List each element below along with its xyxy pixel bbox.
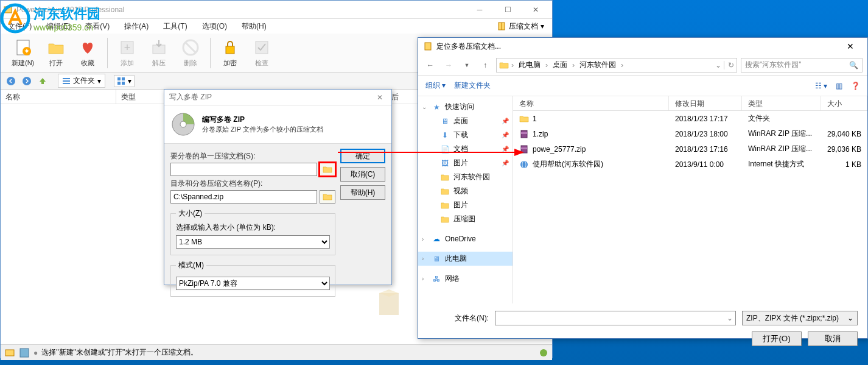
volume-size-select[interactable]: 1.2 MB	[176, 235, 330, 249]
chevron-down-icon: ▾	[541, 22, 544, 30]
tree-this-pc[interactable]: ›🖥此电脑	[418, 252, 513, 266]
dialog-close-button[interactable]: ✕	[373, 92, 387, 103]
encrypt-button[interactable]: 加密	[214, 35, 246, 70]
forward-button[interactable]	[20, 74, 33, 88]
folder-view-dropdown[interactable]: 文件夹 ▾	[58, 74, 105, 88]
preview-pane-button[interactable]: ▥	[836, 82, 842, 90]
ok-button[interactable]: 确定	[340, 149, 385, 163]
menu-options[interactable]: 选项(O)	[197, 20, 232, 33]
file-row[interactable]: 1 2018/1/23 17:17 文件夹	[513, 111, 867, 126]
mode-select[interactable]: PkZip/PA 7.0 兼容	[176, 277, 330, 290]
refresh-button[interactable]: ↻	[724, 61, 734, 69]
menu-action[interactable]: 操作(A)	[119, 20, 153, 33]
file-row[interactable]: powe_25777.zip 2018/1/23 17:16 WinRAR ZI…	[513, 141, 867, 157]
breadcrumb-item[interactable]: 桌面	[550, 60, 570, 70]
folder-icon	[323, 165, 332, 174]
svg-point-30	[180, 121, 186, 127]
svg-point-14	[23, 77, 31, 85]
tree-desktop[interactable]: 🖥桌面📌	[418, 114, 513, 128]
menu-tools[interactable]: 工具(T)	[158, 20, 192, 33]
new-folder-button[interactable]: 新建文件夹	[454, 80, 491, 91]
tree-video[interactable]: 视频	[418, 184, 513, 198]
col-name[interactable]: 名称	[1, 90, 116, 104]
tree-onedrive[interactable]: ›☁OneDrive	[418, 232, 513, 246]
view-style-dropdown[interactable]: ▾	[114, 75, 135, 87]
search-input[interactable]: 搜索"河东软件园" 🔍	[741, 58, 863, 73]
minimize-button[interactable]: ─	[466, 1, 494, 18]
star-icon: ★	[432, 102, 441, 112]
lock-icon	[220, 38, 240, 57]
cancel-button[interactable]: 取消	[808, 331, 858, 346]
tree-network[interactable]: ›🖧网络	[418, 272, 513, 286]
filename-input[interactable]: ⌄	[495, 311, 736, 325]
menu-view[interactable]: 查看(V)	[80, 20, 114, 33]
nav-forward-button[interactable]: →	[441, 58, 456, 73]
breadcrumb-item[interactable]: 此电脑	[516, 60, 543, 70]
pc-icon: 🖥	[432, 254, 441, 264]
svg-point-38	[520, 161, 528, 168]
open-button[interactable]: 打开	[40, 35, 72, 70]
favorites-button[interactable]: 收藏	[72, 35, 103, 70]
tree-pictures2[interactable]: 图片	[418, 198, 513, 212]
file-row[interactable]: 1.zip 2018/1/23 18:00 WinRAR ZIP 压缩... 2…	[513, 126, 867, 141]
archive-dropdown[interactable]: 压缩文档 ▾	[491, 19, 550, 34]
menu-file[interactable]: 文件(F)	[3, 20, 37, 33]
tree-hedong[interactable]: 河东软件园	[418, 170, 513, 184]
archive-dropdown-label: 压缩文档	[509, 21, 538, 32]
view-options-button[interactable]: ☷ ▾	[815, 82, 827, 90]
breadcrumb[interactable]: › 此电脑 › 桌面 › 河东软件园 › ⌄ ↻	[496, 58, 737, 73]
file-dialog-close-button[interactable]: ✕	[838, 41, 863, 51]
browse-output-button[interactable]	[320, 190, 335, 204]
pin-icon: 📌	[502, 132, 509, 138]
svg-text:+: +	[124, 41, 131, 54]
extract-button[interactable]: 解压	[143, 35, 175, 70]
menu-help[interactable]: 帮助(H)	[237, 20, 271, 33]
nav-up-button[interactable]: ↑	[478, 58, 492, 73]
search-placeholder: 搜索"河东软件园"	[745, 60, 849, 70]
source-archive-input[interactable]	[170, 163, 317, 176]
tree-quick-access[interactable]: ⌄★快速访问	[418, 100, 513, 114]
folder-icon	[519, 114, 529, 124]
close-button[interactable]: ✕	[522, 1, 550, 18]
tree-pictures[interactable]: 🖼图片📌	[418, 156, 513, 170]
up-button[interactable]	[36, 74, 49, 88]
tree-documents[interactable]: 📄文档📌	[418, 142, 513, 156]
file-dialog-titlebar: 定位多卷压缩文档... ✕	[418, 38, 867, 55]
delete-button[interactable]: 删除	[175, 35, 206, 70]
help-icon[interactable]: ❓	[851, 82, 860, 90]
new-button[interactable]: ✦ 新建(N)	[5, 35, 40, 70]
help-button[interactable]: 帮助(H)	[340, 185, 385, 200]
menu-edit[interactable]: 编辑(E)	[41, 20, 75, 33]
browse-source-button[interactable]	[320, 163, 335, 176]
svg-text:✦: ✦	[24, 47, 30, 55]
col-type[interactable]: 类型	[742, 96, 821, 110]
cloud-icon: ☁	[432, 234, 441, 244]
tree-compressed[interactable]: 压缩图	[418, 212, 513, 226]
open-button[interactable]: 打开(O)	[752, 331, 802, 346]
breadcrumb-item[interactable]: 河东软件园	[577, 60, 618, 70]
nav-history-button[interactable]: ▼	[460, 58, 474, 73]
chevron-down-icon: ▾	[97, 77, 101, 85]
folder-tree: ⌄★快速访问 🖥桌面📌 ⬇下载📌 📄文档📌 🖼图片📌 河东软件园 视频 图片 压…	[418, 96, 513, 303]
nav-back-button[interactable]: ←	[423, 58, 438, 73]
svg-point-13	[7, 77, 15, 85]
cd-icon	[170, 112, 196, 137]
col-name[interactable]: 名称	[513, 96, 669, 110]
svg-rect-16	[63, 80, 70, 82]
organize-button[interactable]: 组织 ▾	[425, 80, 446, 91]
check-button[interactable]: 检查	[246, 35, 278, 70]
file-row[interactable]: 使用帮助(河东软件园) 2013/9/11 0:00 Internet 快捷方式…	[513, 157, 867, 172]
maximize-button[interactable]: ☐	[494, 1, 522, 18]
col-size[interactable]: 大小	[821, 96, 867, 110]
col-date[interactable]: 修改日期	[669, 96, 742, 110]
back-button[interactable]	[4, 74, 18, 88]
output-path-input[interactable]	[170, 190, 317, 204]
cancel-button[interactable]: 取消(C)	[340, 167, 385, 182]
tree-downloads[interactable]: ⬇下载📌	[418, 128, 513, 142]
file-type-select[interactable]: ZIP、ZIPX 文件 (*.zipx;*.zip)⌄	[742, 311, 858, 325]
file-list-body: 1 2018/1/23 17:17 文件夹 1.zip 2018/1/23 18…	[513, 111, 867, 172]
folder-icon	[323, 193, 332, 201]
dialog-subheading: 分卷原始 ZIP 文件为多个较小的压缩文档	[202, 125, 323, 134]
breadcrumb-dropdown-icon[interactable]: ⌄	[715, 61, 721, 69]
add-button[interactable]: + 添加	[111, 35, 143, 70]
